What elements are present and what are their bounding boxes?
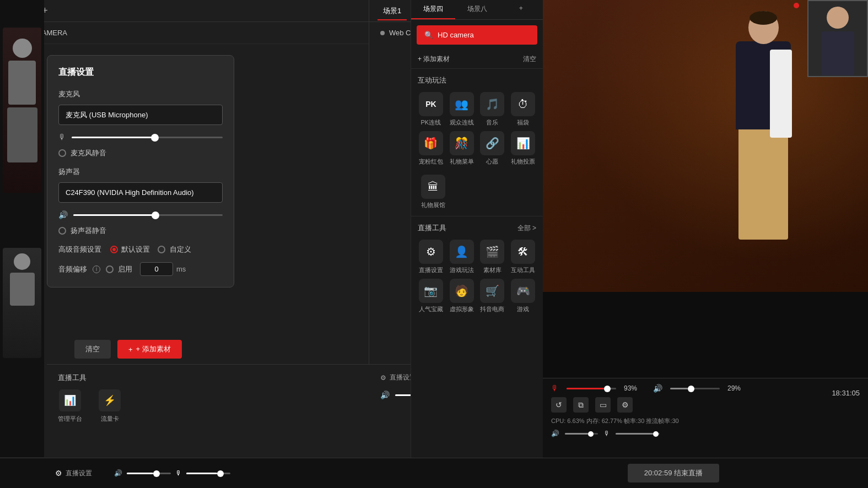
- bottom-vol-fill: [565, 433, 588, 435]
- person-head: [748, 11, 779, 44]
- mic-slider-row: 🎙: [58, 133, 223, 142]
- default-setting-option[interactable]: 默认设置: [110, 245, 150, 254]
- offset-enable-radio[interactable]: [106, 265, 114, 273]
- music-label: 音乐: [486, 118, 498, 127]
- sidebar-tab-add[interactable]: +: [499, 0, 543, 19]
- games-label: 游戏: [517, 305, 529, 313]
- mic-mute-radio[interactable]: [58, 149, 66, 157]
- interaction-gift-bag[interactable]: ⏱ 福袋: [510, 92, 536, 127]
- tool-management-platform[interactable]: 📊 管理平台: [58, 389, 82, 423]
- interaction-pk[interactable]: PK PK连线: [418, 92, 444, 127]
- custom-setting-label: 自定义: [170, 245, 191, 254]
- ctrl-refresh-icon[interactable]: ↺: [551, 397, 567, 413]
- hd-camera-button[interactable]: 🔍 HD camera: [417, 25, 537, 45]
- mic-slider-thumb[interactable]: [151, 134, 159, 142]
- mic-mute-row[interactable]: 麦克风静音: [58, 148, 223, 158]
- streaming-indicator: [794, 3, 799, 8]
- material-lib-label: 素材库: [483, 266, 502, 274]
- add-material-button[interactable]: + + 添加素材: [117, 340, 182, 359]
- left-person-figure: [3, 28, 41, 193]
- right-tools-sidebar: 场景四 场景八 + 🔍 HD camera + 添加素材 清空 互动玩法 PK …: [411, 0, 543, 488]
- speaker-section-label: 扬声器: [58, 167, 223, 177]
- bottom-vol-thumb[interactable]: [588, 431, 594, 437]
- interaction-tool-icon: 🛠: [511, 240, 535, 264]
- right-mic-slider[interactable]: [670, 388, 720, 389]
- management-platform-icon: 📊: [59, 389, 81, 411]
- hd-camera-label: HD camera: [438, 31, 474, 39]
- right-vol-fill: [567, 388, 604, 389]
- bottom-vol-slider[interactable]: [565, 433, 598, 435]
- tool-games[interactable]: 🎮 游戏: [510, 279, 536, 313]
- bbvs-thumb[interactable]: [153, 470, 160, 477]
- speaker-slider-thumb[interactable]: [152, 212, 159, 219]
- custom-setting-radio[interactable]: [158, 246, 165, 253]
- games-icon: 🎮: [511, 279, 535, 303]
- tool-ecommerce[interactable]: 🛒 抖音电商: [479, 279, 506, 313]
- interaction-audience[interactable]: 👥 观众连线: [449, 92, 475, 127]
- mic-slider-fill: [72, 137, 155, 138]
- sidebar-tab-scene4[interactable]: 场景四: [411, 0, 455, 19]
- speaker-slider-track[interactable]: [73, 214, 223, 216]
- right-vol-thumb[interactable]: [604, 386, 611, 392]
- bbms-thumb[interactable]: [217, 470, 224, 477]
- interaction-music[interactable]: 🎵 音乐: [479, 92, 506, 127]
- bottom-mic-slider[interactable]: [616, 433, 660, 435]
- offset-enable-option[interactable]: 启用: [106, 264, 132, 274]
- speaker-mute-row[interactable]: 扬声器静音: [58, 226, 223, 236]
- default-setting-radio[interactable]: [110, 246, 118, 253]
- default-setting-label: 默认设置: [121, 245, 150, 254]
- info-icon[interactable]: i: [93, 265, 100, 273]
- bottom-settings-icon: ⚙: [55, 469, 62, 478]
- tool-popularity[interactable]: 📷 人气宝藏: [418, 279, 444, 313]
- mic-slider-track[interactable]: [72, 137, 223, 138]
- thumb-person-head: [827, 7, 849, 29]
- tool-material-lib[interactable]: 🎬 素材库: [479, 240, 506, 274]
- interaction-red-envelope[interactable]: 🎁 宠粉红包: [418, 131, 444, 166]
- ctrl-copy-icon[interactable]: ⧉: [573, 397, 589, 413]
- tool-avatar[interactable]: 🧑 虚拟形象: [449, 279, 475, 313]
- tool-live-settings[interactable]: ⚙ 直播设置: [418, 240, 444, 274]
- add-material-btn[interactable]: + 添加素材: [418, 55, 450, 64]
- person-white-shirt: [770, 50, 792, 138]
- advanced-audio-row: 高级音频设置 默认设置 自定义: [58, 245, 223, 254]
- traffic-card-icon: ⚡: [99, 389, 121, 411]
- tool-traffic-card[interactable]: ⚡ 流量卡: [99, 389, 121, 423]
- popularity-label: 人气宝藏: [419, 305, 443, 313]
- speaker-slider-row: 🔊: [58, 210, 223, 219]
- right-vol-pct: 93%: [624, 384, 643, 392]
- ctrl-screen-icon[interactable]: ▭: [595, 397, 611, 413]
- live-tools-section: 直播工具 全部 > ⚙ 直播设置 👤 游戏玩法 🎬 素材库 🛠 互动工具 📷: [411, 216, 543, 320]
- right-mic-thumb[interactable]: [688, 386, 694, 392]
- dialog-title: 直播设置: [58, 67, 223, 78]
- bottom-bar-vol-slider[interactable]: [127, 473, 171, 474]
- gift-vote-label: 礼物投票: [511, 158, 535, 166]
- interaction-gift-vote[interactable]: 📊 礼物投票: [510, 131, 536, 166]
- speaker-mute-radio[interactable]: [58, 227, 66, 235]
- bottom-mic-thumb[interactable]: [653, 431, 659, 437]
- right-vol-slider[interactable]: [567, 388, 616, 389]
- bottom-bar-mic-slider[interactable]: [186, 473, 230, 474]
- interaction-tool-label: 互动工具: [511, 266, 535, 274]
- bottom-mic-fill: [616, 433, 653, 435]
- tool-interaction[interactable]: 🛠 互动工具: [510, 240, 536, 274]
- speaker-select[interactable]: C24F390 (NVIDIA High Definition Audio): [58, 182, 223, 203]
- sidebar-tab-scene8[interactable]: 场景八: [455, 0, 499, 19]
- interaction-wish[interactable]: 🔗 心愿: [479, 131, 506, 166]
- offset-input[interactable]: [140, 262, 173, 276]
- thumbnail-preview: [807, 0, 868, 77]
- tool-game-play[interactable]: 👤 游戏玩法: [449, 240, 475, 274]
- see-all-link[interactable]: 全部 >: [517, 224, 536, 233]
- gift-hall-label: 礼物展馆: [421, 201, 445, 209]
- bottom-slider-row: 🔊 🎙: [551, 430, 860, 437]
- interaction-gift-hall[interactable]: 🏛 礼物展馆: [418, 175, 448, 209]
- interaction-gift-menu[interactable]: 🎊 礼物菜单: [449, 131, 475, 166]
- bbms-fill: [186, 473, 217, 474]
- mic-select[interactable]: 麦克风 (USB Microphone): [58, 105, 223, 125]
- red-envelope-icon: 🎁: [419, 131, 443, 155]
- custom-setting-option[interactable]: 自定义: [158, 245, 191, 254]
- end-live-button[interactable]: 20:02:59 结束直播: [628, 464, 719, 482]
- clear-button[interactable]: 清空: [74, 340, 111, 359]
- clear-btn[interactable]: 清空: [523, 55, 536, 64]
- ctrl-settings-icon[interactable]: ⚙: [617, 397, 633, 413]
- mid-scene-tab-1[interactable]: 场景1: [378, 4, 407, 18]
